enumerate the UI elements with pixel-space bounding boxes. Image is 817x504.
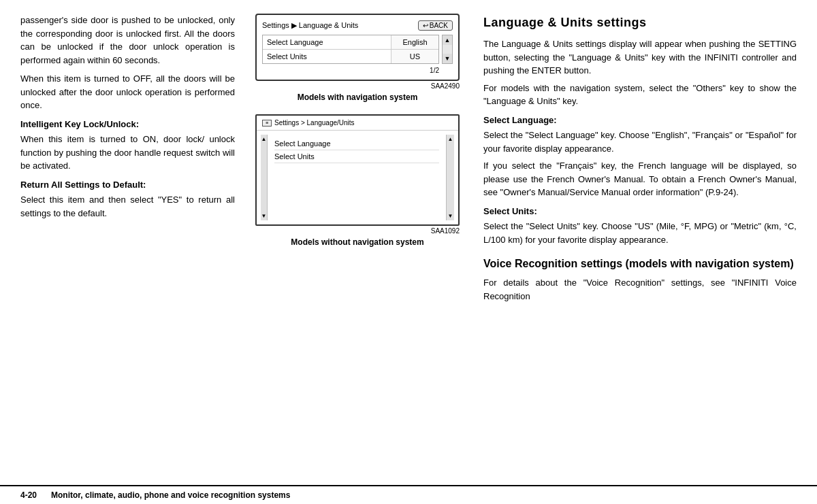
- nav-screen2-header: ≡ Settings > Language/Units: [257, 116, 458, 131]
- screen2-caption: Models without navigation system: [255, 237, 460, 247]
- nav-value-units: US: [391, 50, 438, 63]
- back-arrow-icon: ↩: [423, 22, 428, 29]
- scroll-track1: [443, 45, 452, 54]
- select-language-title: Select Language:: [483, 114, 797, 127]
- settings-icon: ≡: [262, 120, 272, 127]
- nav-screen1: Settings ▶ Language & Units ↩ BACK Selec…: [255, 14, 460, 81]
- scroll-up-icon[interactable]: ▲: [443, 35, 452, 45]
- arrow-up-icon: ▲: [261, 136, 267, 142]
- nav-screen1-header: Settings ▶ Language & Units ↩ BACK: [262, 20, 453, 31]
- voice-heading: Voice Recognition settings (models with …: [483, 256, 797, 272]
- nav-row-language[interactable]: Select Language English: [263, 35, 438, 50]
- select-language-text: Select the "Select Language" key. Choose…: [483, 129, 797, 155]
- nav-screen2-row-units[interactable]: Select Units: [274, 150, 439, 163]
- nav-screen2-empty-space: [274, 163, 439, 218]
- left-para1: passenger's side door is pushed to be un…: [20, 14, 235, 67]
- nav-screen2-row-language[interactable]: Select Language: [274, 137, 439, 150]
- right-heading: Language & Units settings: [483, 14, 797, 32]
- nav-value-language: English: [391, 35, 438, 49]
- section2-title: Return All Settings to Default:: [20, 178, 235, 192]
- arrow-down2-icon: ▼: [448, 213, 453, 219]
- nav-scroll-area1: Select Language English Select Units US …: [262, 35, 453, 64]
- nav-screen2-body: ▲ ▼ Select Language Select Units: [257, 131, 458, 224]
- saa-code-2: SAA1092: [255, 227, 460, 235]
- nav-screen2-path: Settings > Language/Units: [274, 119, 355, 127]
- nav-scrollbar1: ▲ ▼: [442, 35, 453, 64]
- nav-page-indicator: 1/2: [262, 67, 453, 74]
- footer-text: Monitor, climate, audio, phone and voice…: [51, 490, 290, 500]
- footer-page: 4-20: [20, 490, 37, 500]
- scrollbar-left: ▲ ▼: [261, 135, 268, 220]
- footer: 4-20 Monitor, climate, audio, phone and …: [0, 485, 817, 504]
- right-column: Language & Units settings The Language &…: [470, 14, 797, 478]
- section1-text: When this item is turned to ON, door loc…: [20, 133, 235, 173]
- right-para2: For models with the navigation system, s…: [483, 82, 797, 108]
- section2-text: Select this item and then select "YES" t…: [20, 193, 235, 220]
- nav-screen1-path: Settings ▶ Language & Units: [262, 21, 358, 30]
- nav-screen1-back-btn[interactable]: ↩ BACK: [418, 20, 453, 31]
- left-para2: When this item is turned to OFF, all the…: [20, 72, 235, 112]
- nav-screen2-list: Select Language Select Units: [270, 135, 443, 220]
- left-column: passenger's side door is pushed to be un…: [20, 14, 245, 478]
- center-column: Settings ▶ Language & Units ↩ BACK Selec…: [245, 14, 470, 478]
- main-content: passenger's side door is pushed to be un…: [0, 0, 817, 485]
- scrollbar-right: ▲ ▼: [446, 135, 454, 220]
- nav-list1: Select Language English Select Units US: [262, 35, 439, 64]
- select-language-text2: If you select the "Français" key, the Fr…: [483, 159, 797, 199]
- saa-code-1: SAA2490: [255, 82, 460, 90]
- nav-screen2-label-language: Select Language: [274, 139, 331, 148]
- arrow-down-icon: ▼: [261, 213, 267, 219]
- nav-row-units[interactable]: Select Units US: [263, 50, 438, 63]
- nav-screen1-container: Settings ▶ Language & Units ↩ BACK Selec…: [255, 14, 460, 109]
- back-label: BACK: [430, 22, 448, 29]
- right-para1: The Language & Units settings display wi…: [483, 37, 797, 78]
- page: passenger's side door is pushed to be un…: [0, 0, 817, 504]
- screen1-caption: Models with navigation system: [255, 93, 460, 102]
- scroll-down-icon[interactable]: ▼: [443, 54, 452, 63]
- nav-label-language: Select Language: [263, 35, 391, 49]
- nav-screen2-label-units: Select Units: [274, 152, 315, 161]
- select-units-title: Select Units:: [483, 205, 797, 218]
- arrow-up2-icon: ▲: [448, 136, 453, 142]
- select-units-text: Select the "Select Units" key. Choose "U…: [483, 220, 797, 246]
- nav-screen2-container: ≡ Settings > Language/Units ▲ ▼ Select L…: [255, 114, 460, 254]
- nav-label-units: Select Units: [263, 50, 391, 63]
- nav-screen2: ≡ Settings > Language/Units ▲ ▼ Select L…: [255, 114, 460, 226]
- voice-text: For details about the "Voice Recognition…: [483, 276, 797, 303]
- section1-title: Intelligent Key Lock/Unlock:: [20, 118, 235, 131]
